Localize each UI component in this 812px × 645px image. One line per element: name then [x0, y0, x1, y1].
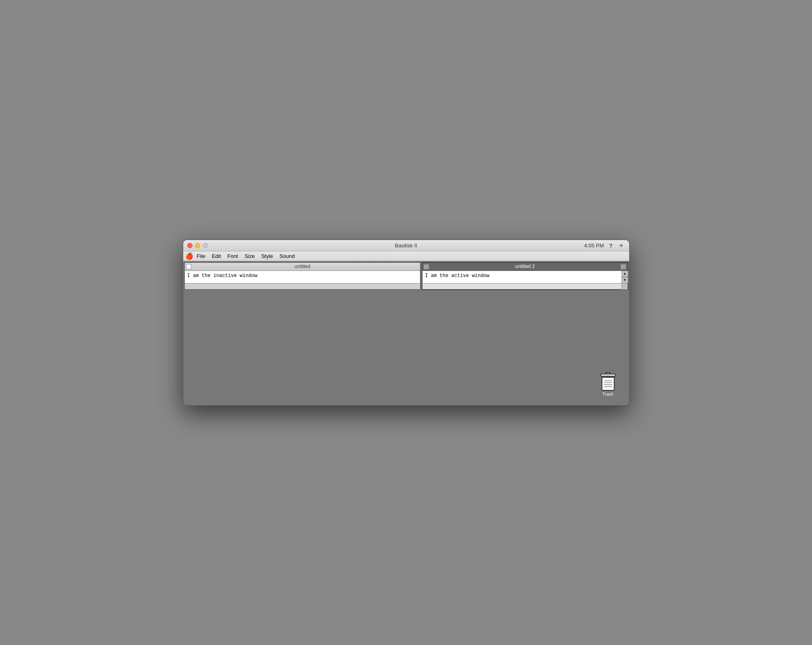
active-window-body: I am the active window ▲ ▼	[422, 271, 627, 283]
menu-item-style[interactable]: Style	[258, 252, 276, 260]
inactive-window-spacer	[414, 264, 419, 269]
trash-lid	[600, 374, 616, 377]
desktop-content: untitled I am the inactive window	[183, 261, 629, 405]
minimize-button[interactable]	[195, 243, 200, 248]
active-window-close-box[interactable]	[424, 264, 429, 269]
inactive-window-close-box[interactable]	[186, 264, 191, 269]
inactive-window-text: I am the inactive window	[187, 273, 258, 279]
active-window-content[interactable]: I am the active window	[422, 271, 621, 283]
airport-icon[interactable]: ✈	[618, 242, 625, 249]
trash-line-4	[604, 386, 612, 387]
active-window-footer	[422, 283, 627, 289]
active-window-titlebar: untitled 2	[422, 263, 627, 271]
title-bar-right: 4:05 PM ? ✈	[584, 242, 625, 249]
scroll-down-button[interactable]: ▼	[622, 277, 628, 283]
menu-item-size[interactable]: Size	[241, 252, 258, 260]
trash-line-1	[604, 380, 612, 381]
trash-icon[interactable]: Trash	[600, 372, 616, 396]
inactive-window-titlebar: untitled	[185, 263, 420, 271]
active-window-scrollbar-v: ▲ ▼	[621, 271, 628, 283]
scroll-up-button[interactable]: ▲	[622, 271, 628, 277]
window-title: Basilisk II	[395, 242, 417, 249]
trash-line-2	[604, 382, 612, 383]
menu-bar: 🍎 File Edit Font Size Style Sound	[183, 251, 629, 261]
trash-body	[602, 377, 615, 391]
menu-item-font[interactable]: Font	[224, 252, 241, 260]
menu-item-edit[interactable]: Edit	[208, 252, 224, 260]
inactive-window-content[interactable]: I am the inactive window	[185, 271, 420, 283]
title-bar: Basilisk II 4:05 PM ? ✈	[183, 240, 629, 251]
scroll-track-horizontal	[422, 284, 621, 289]
scroll-corner	[621, 284, 628, 290]
inactive-window-title: untitled	[294, 264, 310, 269]
apple-menu[interactable]: 🍎	[185, 251, 194, 260]
menu-item-file[interactable]: File	[194, 252, 209, 260]
active-window-text: I am the active window	[425, 273, 489, 279]
inactive-window-footer	[185, 283, 420, 289]
apple-logo-icon: 🍎	[185, 252, 193, 260]
trash-label: Trash	[602, 392, 614, 396]
menu-item-sound[interactable]: Sound	[276, 252, 298, 260]
trash-visual	[600, 372, 616, 391]
active-window-title: untitled 2	[515, 264, 535, 269]
trash-line-3	[604, 384, 612, 385]
window-controls	[187, 243, 208, 248]
close-button[interactable]	[187, 243, 193, 248]
active-window-zoom-box[interactable]	[621, 264, 626, 269]
active-document-window[interactable]: untitled 2 I am the active window ▲	[422, 262, 628, 290]
maximize-button[interactable]	[203, 243, 208, 248]
desktop-area: Trash	[184, 291, 628, 405]
mac-emulator-window: Basilisk II 4:05 PM ? ✈ 🍎 File Edit Font…	[183, 240, 630, 406]
help-icon[interactable]: ?	[607, 242, 615, 249]
windows-row: untitled I am the inactive window	[184, 262, 628, 290]
inactive-document-window[interactable]: untitled I am the inactive window	[184, 262, 421, 290]
clock-display: 4:05 PM	[584, 242, 604, 249]
